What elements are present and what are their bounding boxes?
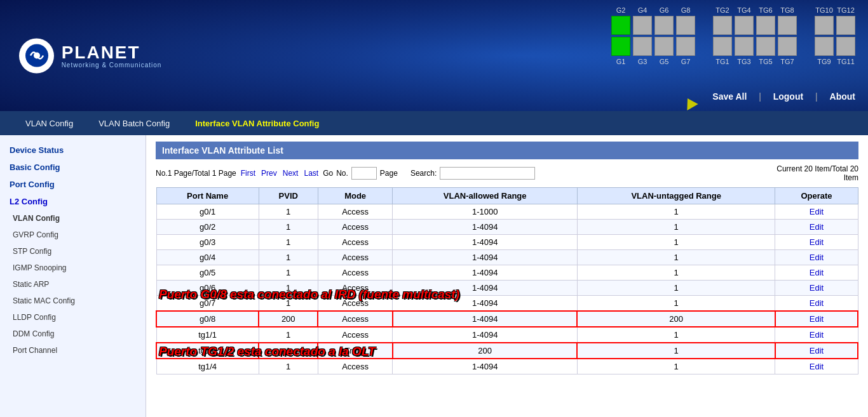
- edit-link[interactable]: Edit: [810, 346, 824, 355]
- cell-operate: Edit: [775, 359, 858, 374]
- edit-link[interactable]: Edit: [810, 253, 824, 262]
- port-G2[interactable]: [611, 16, 630, 35]
- edit-link[interactable]: Edit: [810, 222, 824, 232]
- port-TG4[interactable]: [735, 16, 754, 35]
- cell-port: g0/2: [156, 220, 259, 235]
- port-TG2[interactable]: [713, 16, 732, 35]
- cell-port: g0/8: [156, 311, 259, 327]
- last-page-link[interactable]: Last: [304, 169, 318, 178]
- cell-untagged: 1: [577, 265, 775, 281]
- table-row: g0/11Access1-10001Edit: [156, 204, 858, 220]
- port-G3[interactable]: [633, 37, 652, 56]
- edit-link[interactable]: Edit: [810, 330, 824, 340]
- cell-operate: Edit: [775, 220, 858, 235]
- port-G6[interactable]: [654, 16, 674, 35]
- cell-operate: Edit: [775, 281, 858, 296]
- nav-vlan-batch-config[interactable]: VLAN Batch Config: [86, 114, 182, 133]
- cell-port: tg1/1: [156, 327, 259, 343]
- port-TG8[interactable]: [778, 16, 797, 35]
- edit-link[interactable]: Edit: [810, 283, 824, 293]
- port-TG11[interactable]: [836, 37, 855, 56]
- logo-text: PLANET Networking & Communication: [62, 43, 162, 68]
- vlan-table: Port Name PVID Mode VLAN-allowed Range V…: [156, 187, 858, 374]
- sidebar-item-static-mac[interactable]: Static MAC Config: [0, 293, 146, 309]
- port-G5[interactable]: [654, 37, 674, 56]
- port-G1[interactable]: [611, 37, 630, 56]
- cell-untagged: 1: [577, 296, 775, 312]
- sidebar-item-lldp-config[interactable]: LLDP Config: [0, 309, 146, 326]
- port-TG6[interactable]: [756, 16, 775, 35]
- cell-allowed: 1-4094: [393, 311, 577, 327]
- next-page-link[interactable]: Next: [283, 169, 299, 178]
- port-TG9[interactable]: [815, 37, 834, 56]
- table-row: g0/51Access1-40941Edit: [156, 265, 858, 281]
- sidebar-item-vlan-config[interactable]: VLAN Config: [0, 210, 146, 227]
- port-TG10[interactable]: [815, 16, 834, 35]
- edit-link[interactable]: Edit: [810, 362, 824, 371]
- prev-page-link[interactable]: Prev: [261, 169, 277, 178]
- port-TG12[interactable]: [836, 16, 855, 35]
- first-page-link[interactable]: First: [241, 169, 255, 178]
- header-actions: Save All | Logout | About: [703, 91, 855, 102]
- cell-operate: Edit: [775, 343, 858, 359]
- brand-subtitle: Networking & Communication: [62, 61, 162, 68]
- cell-allowed: 1-4094: [393, 220, 577, 235]
- cell-port: tg1/4: [156, 359, 259, 374]
- save-all-link[interactable]: Save All: [712, 91, 747, 102]
- header: PLANET Networking & Communication G2 G4 …: [0, 0, 868, 111]
- col-operate: Operate: [775, 188, 858, 204]
- port-TG7[interactable]: [778, 37, 797, 56]
- sidebar-item-device-status[interactable]: Device Status: [0, 142, 146, 159]
- cell-pvid: 1: [259, 327, 318, 343]
- sidebar-item-basic-config[interactable]: Basic Config: [0, 159, 146, 176]
- cell-operate: Edit: [775, 235, 858, 250]
- svg-point-1: [34, 53, 40, 59]
- sidebar-item-static-arp[interactable]: Static ARP: [0, 276, 146, 293]
- search-label: Search:: [410, 169, 437, 178]
- port-top-row: [611, 16, 855, 35]
- port-G4[interactable]: [633, 16, 652, 35]
- brand-name: PLANET: [62, 43, 162, 61]
- table-row: g0/71Access1-40941Edit: [156, 296, 858, 312]
- cell-port: g0/4: [156, 250, 259, 265]
- cell-allowed: 1-4094: [393, 235, 577, 250]
- cell-pvid: 1: [259, 296, 318, 312]
- page-number-input[interactable]: [351, 167, 377, 180]
- port-G8[interactable]: [676, 16, 695, 35]
- sidebar-item-port-config[interactable]: Port Config: [0, 176, 146, 193]
- sidebar-item-igmp-snooping[interactable]: IGMP Snooping: [0, 260, 146, 276]
- port-TG3[interactable]: [735, 37, 754, 56]
- cell-operate: Edit: [775, 265, 858, 281]
- cell-pvid: 1: [259, 281, 318, 296]
- port-TG1[interactable]: [713, 37, 732, 56]
- sidebar-item-port-channel[interactable]: Port Channel: [0, 342, 146, 359]
- edit-link[interactable]: Edit: [810, 298, 824, 308]
- port-TG5[interactable]: [756, 37, 775, 56]
- about-link[interactable]: About: [830, 91, 855, 102]
- sidebar-item-ddm-config[interactable]: DDM Config: [0, 326, 146, 342]
- search-input[interactable]: [440, 167, 535, 180]
- cell-port: g0/7: [156, 296, 259, 312]
- sidebar-item-l2-config[interactable]: L2 Config: [0, 193, 146, 210]
- edit-link[interactable]: Edit: [810, 268, 824, 277]
- sidebar: Device Status Basic Config Port Config L…: [0, 135, 146, 417]
- cell-port: g0/3: [156, 235, 259, 250]
- port-G7[interactable]: [676, 37, 695, 56]
- cell-mode: Access: [318, 204, 393, 220]
- edit-link[interactable]: Edit: [810, 237, 824, 247]
- cell-pvid: 1: [259, 265, 318, 281]
- nav-vlan-config[interactable]: VLAN Config: [13, 114, 86, 133]
- cell-untagged: 200: [577, 311, 775, 327]
- cell-untagged: 1: [577, 327, 775, 343]
- nav-interface-vlan-attr[interactable]: Interface VLAN Attribute Config: [182, 114, 332, 133]
- sidebar-item-gvrp-config[interactable]: GVRP Config: [0, 227, 146, 243]
- sidebar-item-stp-config[interactable]: STP Config: [0, 243, 146, 260]
- cell-mode: Access: [318, 235, 393, 250]
- port-bottom-labels: G1 G3 G5 G7 TG1 TG3 TG5 TG7 TG9 TG11: [611, 58, 855, 65]
- main-layout: Device Status Basic Config Port Config L…: [0, 135, 868, 417]
- edit-link[interactable]: Edit: [810, 314, 824, 324]
- edit-link[interactable]: Edit: [810, 207, 824, 216]
- cell-untagged: 1: [577, 220, 775, 235]
- cell-mode: Trunk: [318, 343, 393, 359]
- logout-link[interactable]: Logout: [773, 91, 803, 102]
